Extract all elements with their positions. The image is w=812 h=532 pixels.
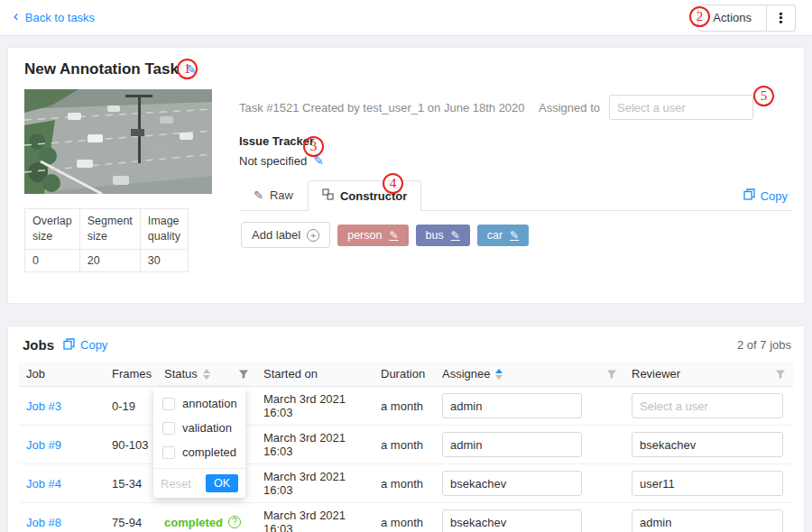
status-header-label: Status	[164, 367, 198, 381]
param-value-quality: 30	[140, 249, 188, 271]
started-cell: March 3rd 2021 16:03	[256, 387, 374, 426]
status-sort-control[interactable]	[203, 369, 210, 380]
status-filter-icon[interactable]	[238, 369, 249, 380]
assignee-input[interactable]	[442, 471, 582, 496]
back-chevron-icon: ‹	[13, 9, 19, 24]
job-link[interactable]: Job #4	[26, 477, 61, 491]
col-header-status: Status	[157, 362, 256, 387]
label-constructor-row: Add label + person ✎ bus ✎ car ✎	[239, 211, 793, 259]
task-params-table: Overlap size Segment size Image quality …	[24, 208, 189, 272]
job-link[interactable]: Job #9	[26, 438, 61, 452]
assignee-input[interactable]	[442, 509, 582, 532]
status-help-icon[interactable]: ?	[228, 516, 241, 528]
job-row-3: Job #3 0-19 March 3rd 2021 16:03 a month	[19, 387, 793, 426]
status-cell-completed: completed ?	[164, 516, 249, 529]
col-header-assignee: Assignee	[435, 362, 624, 387]
filter-option-completed[interactable]: completed	[153, 440, 245, 464]
filter-option-validation[interactable]: validation	[153, 416, 245, 440]
reviewer-input[interactable]	[632, 471, 783, 496]
edit-label-icon[interactable]: ✎	[389, 229, 398, 242]
label-tag-car[interactable]: car ✎	[477, 225, 529, 246]
back-to-tasks-link[interactable]: ‹ Back to tasks	[13, 11, 95, 24]
started-cell: March 3rd 2021 16:03	[256, 426, 374, 464]
assignee-input[interactable]	[442, 393, 582, 418]
assigned-to-input[interactable]	[609, 95, 753, 120]
callout-4: 4	[383, 173, 403, 194]
callout-5: 5	[753, 86, 774, 106]
constructor-icon	[322, 188, 334, 203]
assigned-to-group: Assigned to	[539, 95, 753, 120]
col-header-reviewer: Reviewer	[624, 362, 793, 387]
task-title: New Annotation Task	[24, 60, 179, 78]
jobs-count: 2 of 7 jobs	[737, 338, 791, 352]
checkbox-validation[interactable]	[162, 422, 175, 435]
frames-cell: 75-94	[105, 503, 157, 532]
started-cell: March 3rd 2021 16:03	[256, 464, 374, 503]
tab-raw-label: Raw	[270, 188, 293, 202]
checkbox-annotation[interactable]	[162, 398, 175, 410]
job-row-8: Job #8 75-94 completed ? March 3rd 2021 …	[19, 503, 793, 532]
callout-2: 2	[689, 6, 710, 27]
assignee-filter-icon[interactable]	[606, 369, 617, 380]
assignee-header-label: Assignee	[442, 367, 490, 381]
assignee-input[interactable]	[442, 432, 582, 457]
checkbox-completed[interactable]	[162, 446, 175, 459]
back-to-tasks-label: Back to tasks	[25, 11, 95, 24]
label-editor-tabs: ✎ Raw Constructor Copy	[239, 180, 793, 211]
job-link[interactable]: Job #8	[26, 516, 61, 529]
traffic-scene-graphic	[24, 89, 212, 194]
label-tag-bus[interactable]: bus ✎	[416, 225, 470, 246]
task-left-column: Overlap size Segment size Image quality …	[24, 89, 212, 272]
copy-icon	[63, 338, 75, 353]
jobs-table: Job Frames Status Started on Du	[19, 362, 793, 532]
jobs-card: Jobs Copy 2 of 7 jobs Job Frames	[7, 326, 805, 532]
job-link[interactable]: Job #3	[26, 399, 61, 413]
copy-icon	[743, 188, 755, 203]
task-title-row: New Annotation Task ✎	[24, 60, 793, 78]
filter-ok-button[interactable]: OK	[206, 474, 238, 492]
reviewer-input[interactable]	[632, 432, 783, 457]
reviewer-input[interactable]	[632, 393, 783, 418]
col-header-duration: Duration	[374, 362, 435, 387]
label-tag-person[interactable]: person ✎	[337, 225, 408, 246]
assignee-sort-control[interactable]	[495, 369, 503, 380]
issue-tracker-value: Not specified	[239, 154, 307, 168]
add-label-button[interactable]: Add label +	[241, 222, 330, 248]
more-menu-button[interactable]: ⋮	[767, 5, 796, 32]
duration-cell: a month	[374, 426, 435, 464]
tab-constructor[interactable]: Constructor	[308, 180, 421, 211]
actions-group: Actions ⋮	[697, 5, 796, 32]
param-header-overlap: Overlap size	[25, 209, 80, 250]
job-row-9: Job #9 90-103 March 3rd 2021 16:03 a mon…	[19, 426, 793, 464]
reviewer-input[interactable]	[632, 509, 783, 532]
filter-option-label: validation	[182, 421, 232, 435]
param-value-overlap: 0	[25, 249, 80, 271]
filter-option-label: completed	[182, 445, 236, 459]
filter-option-label: annotation	[182, 397, 237, 410]
status-filter-dropdown: annotation validation completed Reset OK	[153, 388, 245, 498]
jobs-table-header-row: Job Frames Status Started on Du	[19, 362, 793, 387]
copy-labels-link[interactable]: Copy	[743, 188, 788, 210]
vertical-ellipsis-icon: ⋮	[774, 10, 788, 26]
filter-reset-button[interactable]: Reset	[161, 477, 191, 491]
job-row-4: Job #4 15-34 March 3rd 2021 16:03 a mont…	[19, 464, 793, 503]
jobs-title: Jobs	[23, 337, 54, 353]
tab-raw[interactable]: ✎ Raw	[239, 180, 308, 210]
col-header-started: Started on	[256, 362, 374, 387]
filter-option-annotation[interactable]: annotation	[153, 391, 245, 416]
col-header-job: Job	[19, 362, 105, 387]
started-cell: March 3rd 2021 16:03	[256, 503, 374, 532]
copy-jobs-link[interactable]: Copy	[63, 338, 107, 353]
assigned-to-label: Assigned to	[539, 101, 600, 115]
edit-label-icon[interactable]: ✎	[510, 229, 519, 242]
edit-label-icon[interactable]: ✎	[451, 229, 460, 242]
callout-1: 1	[177, 59, 198, 79]
param-header-quality: Image quality	[140, 209, 188, 250]
reviewer-filter-icon[interactable]	[775, 369, 786, 380]
label-bus-name: bus	[426, 229, 444, 242]
param-value-segment: 20	[79, 249, 140, 271]
copy-jobs-label: Copy	[80, 338, 107, 352]
label-person-name: person	[347, 229, 382, 242]
task-preview-image	[24, 89, 212, 194]
task-details-card: New Annotation Task ✎	[7, 47, 805, 304]
